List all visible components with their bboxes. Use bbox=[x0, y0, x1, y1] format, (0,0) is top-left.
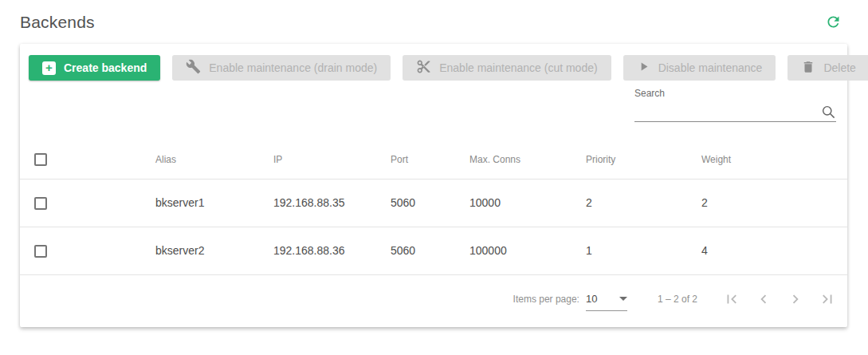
search-field: Search bbox=[634, 88, 836, 122]
next-page-button[interactable] bbox=[787, 290, 804, 308]
column-header-alias: Alias bbox=[155, 140, 273, 179]
caret-down-icon bbox=[619, 297, 627, 301]
delete-label: Delete bbox=[823, 61, 855, 74]
delete-button[interactable]: Delete bbox=[787, 55, 868, 81]
cell-max-conns: 10000 bbox=[469, 179, 586, 227]
row-checkbox[interactable] bbox=[34, 197, 47, 210]
enable-maintenance-drain-button[interactable]: Enable maintenance (drain mode) bbox=[172, 55, 391, 81]
toolbar: Create backend Enable maintenance (drain… bbox=[20, 44, 847, 81]
refresh-button[interactable] bbox=[825, 14, 842, 30]
cell-max-conns: 100000 bbox=[469, 227, 586, 274]
table-row: bkserver2 192.168.88.36 5060 100000 1 4 bbox=[20, 227, 847, 274]
table-header-row: Alias IP Port Max. Conns Priority Weight bbox=[20, 140, 847, 179]
cell-ip: 192.168.88.35 bbox=[273, 179, 391, 227]
search-input-row bbox=[634, 101, 836, 122]
last-page-button[interactable] bbox=[819, 290, 836, 308]
cell-port: 5060 bbox=[391, 227, 469, 274]
items-per-page-label: Items per page: bbox=[513, 294, 579, 305]
refresh-icon bbox=[825, 21, 842, 33]
enable-maintenance-cut-label: Enable maintenance (cut mode) bbox=[439, 61, 597, 74]
cell-port: 5060 bbox=[391, 179, 469, 227]
chevron-left-icon bbox=[755, 298, 772, 310]
first-page-icon bbox=[723, 298, 740, 310]
previous-page-button[interactable] bbox=[755, 290, 772, 308]
disable-maintenance-label: Disable maintenance bbox=[658, 61, 763, 74]
disable-maintenance-button[interactable]: Disable maintenance bbox=[623, 55, 776, 81]
table-row: bkserver1 192.168.88.35 5060 10000 2 2 bbox=[20, 179, 847, 227]
cell-alias: bkserver2 bbox=[155, 227, 273, 274]
search-input[interactable] bbox=[634, 101, 821, 120]
play-icon bbox=[637, 60, 650, 76]
column-header-weight: Weight bbox=[701, 140, 847, 179]
cell-priority: 1 bbox=[586, 227, 701, 274]
column-header-max-conns: Max. Conns bbox=[469, 140, 586, 179]
page-size-value: 10 bbox=[586, 293, 597, 305]
page-header: Backends bbox=[0, 0, 868, 44]
last-page-icon bbox=[819, 298, 836, 310]
create-backend-label: Create backend bbox=[64, 61, 147, 74]
page-range-label: 1 – 2 of 2 bbox=[658, 294, 697, 305]
backends-table: Alias IP Port Max. Conns Priority Weight… bbox=[20, 140, 847, 275]
column-header-port: Port bbox=[391, 140, 469, 179]
trash-icon bbox=[801, 60, 815, 77]
search-button[interactable] bbox=[821, 105, 836, 120]
column-header-priority: Priority bbox=[586, 140, 701, 179]
search-icon bbox=[821, 110, 836, 122]
cell-priority: 2 bbox=[586, 179, 701, 227]
scissors-icon bbox=[416, 59, 431, 77]
row-checkbox[interactable] bbox=[34, 245, 47, 258]
column-header-ip: IP bbox=[273, 140, 391, 179]
search-label: Search bbox=[634, 88, 836, 99]
first-page-button[interactable] bbox=[723, 290, 740, 308]
cell-alias: bkserver1 bbox=[155, 179, 273, 227]
wrench-icon bbox=[186, 59, 201, 77]
paginator: Items per page: 10 1 – 2 of 2 bbox=[20, 275, 847, 323]
page-size-select[interactable]: 10 bbox=[586, 293, 627, 311]
cell-weight: 4 bbox=[701, 227, 847, 274]
cell-weight: 2 bbox=[701, 179, 847, 227]
select-all-checkbox[interactable] bbox=[34, 153, 47, 166]
enable-maintenance-drain-label: Enable maintenance (drain mode) bbox=[209, 61, 377, 74]
backends-card: Create backend Enable maintenance (drain… bbox=[20, 44, 847, 327]
chevron-right-icon bbox=[787, 298, 804, 310]
search-row: Search bbox=[20, 88, 847, 122]
plus-icon bbox=[42, 61, 56, 75]
enable-maintenance-cut-button[interactable]: Enable maintenance (cut mode) bbox=[403, 55, 611, 81]
page-title: Backends bbox=[20, 13, 95, 32]
cell-ip: 192.168.88.36 bbox=[273, 227, 391, 274]
create-backend-button[interactable]: Create backend bbox=[29, 55, 160, 81]
